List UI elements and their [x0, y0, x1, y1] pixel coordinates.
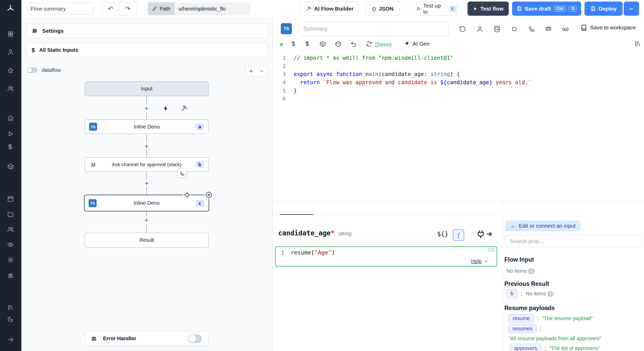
expression-code[interactable]: resume["Age"] — [291, 249, 335, 256]
function-connect-button[interactable]: f — [453, 229, 464, 241]
resume-badge[interactable]: resume — [509, 314, 534, 323]
test-flow-button[interactable]: Test flow — [468, 2, 509, 16]
move-crosshair-icon[interactable] — [183, 191, 191, 199]
save-icon — [590, 6, 596, 11]
package-import-icon[interactable] — [335, 41, 342, 47]
node-result[interactable]: Result — [85, 233, 209, 247]
node-b-id-badge: b — [196, 161, 204, 168]
reset-refresh-icon[interactable] — [366, 41, 372, 47]
node-b-approval[interactable]: Ask channel for approval (slack) b — [85, 157, 209, 172]
node-input[interactable]: Input — [85, 81, 209, 96]
node-a-inline-deno[interactable]: TS Inline Deno a — [85, 119, 209, 134]
expression-editor[interactable]: 1 resume["Age"] Help — [275, 246, 497, 267]
insert-step-button[interactable]: + — [143, 179, 150, 187]
dark-mode-moon-icon[interactable] — [7, 316, 14, 322]
approvers-badge[interactable]: approvers — [510, 344, 541, 351]
apps-icon[interactable] — [7, 31, 14, 37]
resumes-badge[interactable]: resumes — [509, 324, 537, 333]
zoom-out-button[interactable]: − — [256, 66, 267, 76]
error-handler-row[interactable]: Error Handler — [85, 331, 209, 346]
windmill-logo-icon[interactable] — [6, 4, 15, 13]
insert-step-button[interactable]: + — [143, 216, 150, 224]
path-value[interactable]: u/henri/optimistic_flo — [179, 6, 225, 12]
deploy-button[interactable]: Deploy — [584, 2, 623, 16]
test-flow-label: Test flow — [480, 6, 503, 12]
test-up-to-button[interactable]: Test up to c — [416, 2, 456, 16]
assistant-person-icon[interactable] — [475, 24, 484, 33]
zoom-in-button[interactable]: + — [245, 66, 257, 76]
star-icon[interactable] — [7, 67, 14, 74]
sleep-box-icon[interactable] — [544, 24, 553, 33]
undo-icon[interactable] — [350, 41, 357, 47]
previous-result-badge[interactable]: b — [506, 289, 518, 298]
colon: : — [540, 326, 541, 332]
package-icon[interactable] — [319, 41, 326, 47]
approvers-row: approvers : "The list of approvers" — [510, 344, 600, 351]
edit-connect-input-button[interactable]: ← Edit or connect an input — [505, 220, 581, 231]
groups-icon[interactable] — [7, 226, 14, 233]
ai-flow-builder-button[interactable]: AI Flow Builder — [301, 2, 359, 16]
dollar-icon: $ — [32, 47, 35, 54]
suspend-phone-icon[interactable] — [527, 24, 536, 33]
audit-eye-icon[interactable] — [7, 241, 14, 248]
runs-play-icon[interactable] — [7, 131, 14, 137]
windmill-flow-builder: $ ↶ ↷ Path u/henri/optimistic_flo — [0, 0, 644, 351]
redo-button[interactable]: ↷ — [119, 3, 136, 15]
play-icon — [473, 6, 478, 11]
save-draft-button[interactable]: Save draft Ctrl S — [512, 2, 581, 16]
user-icon[interactable] — [7, 49, 14, 55]
colon: : — [521, 291, 522, 297]
variables-dollar-icon[interactable]: $ — [8, 143, 12, 151]
code-editor-panel: TS Save to workspace $ $ (Deno) AI Gen 1… — [273, 17, 644, 201]
early-stop-square-icon[interactable] — [510, 24, 519, 33]
save-to-workspace-button[interactable]: Save to workspace — [580, 24, 636, 31]
insert-step-button[interactable]: + — [143, 105, 150, 112]
colon: : — [537, 315, 539, 321]
library-icon[interactable] — [634, 40, 641, 47]
template-string-button[interactable]: ${} — [437, 230, 448, 238]
collapse-arrow-icon[interactable] — [7, 336, 14, 343]
json-button[interactable]: {} JSON — [366, 2, 400, 16]
pencil-icon — [152, 6, 157, 11]
settings-gear-icon[interactable] — [7, 256, 14, 263]
editor-scrollbar[interactable] — [488, 248, 495, 252]
dataflow-toggle[interactable] — [27, 67, 37, 73]
resources-dollar-icon[interactable]: $ — [306, 40, 309, 47]
path-label: Path — [160, 6, 170, 12]
variables-dollar-icon[interactable]: $ — [292, 40, 295, 47]
error-handler-toggle[interactable] — [188, 335, 202, 343]
workers-bug-icon[interactable] — [7, 272, 14, 279]
dataflow-label: dataflow — [42, 67, 61, 73]
schedules-calendar-icon[interactable] — [7, 195, 14, 202]
deploy-more-button[interactable] — [624, 2, 639, 16]
plug-arrow-icon[interactable] — [476, 229, 493, 239]
resources-icon[interactable] — [7, 163, 14, 170]
ai-wand-icon[interactable] — [180, 105, 188, 112]
flow-summary-input[interactable] — [26, 3, 94, 15]
docs-books-icon[interactable] — [7, 304, 14, 311]
flow-settings-label: Settings — [42, 28, 64, 34]
approvers-desc: "The list of approvers" — [549, 345, 600, 351]
suspend-phone-icon[interactable] — [177, 169, 187, 178]
cache-database-icon[interactable] — [492, 24, 502, 33]
search-prop-input[interactable] — [505, 235, 642, 247]
code-content[interactable]: // import * as wmill from "npm:windmill-… — [294, 54, 531, 103]
users-icon[interactable] — [7, 85, 14, 92]
save-icon — [516, 6, 522, 11]
trigger-bolt-icon[interactable] — [162, 105, 170, 112]
insert-step-button[interactable]: + — [143, 142, 150, 150]
undo-button[interactable]: ↶ — [102, 3, 119, 15]
history-icon[interactable] — [458, 24, 467, 33]
summary-input[interactable] — [299, 22, 449, 36]
flow-settings-row[interactable]: Settings — [26, 24, 268, 38]
path-control[interactable]: Path u/henri/optimistic_flo — [148, 2, 250, 15]
deploy-label: Deploy — [599, 6, 617, 12]
mock-voicemail-icon[interactable] — [561, 24, 570, 33]
static-inputs-row[interactable]: $ All Static Inputs — [26, 43, 268, 57]
folder-icon[interactable] — [7, 211, 14, 218]
ai-gen-button[interactable]: AI Gen — [404, 41, 429, 47]
delete-node-icon[interactable] — [205, 191, 213, 199]
help-link[interactable]: Help — [471, 258, 488, 264]
topbar: ↶ ↷ Path u/henri/optimistic_flo AI Flow … — [21, 0, 644, 18]
home-icon[interactable] — [7, 115, 14, 121]
